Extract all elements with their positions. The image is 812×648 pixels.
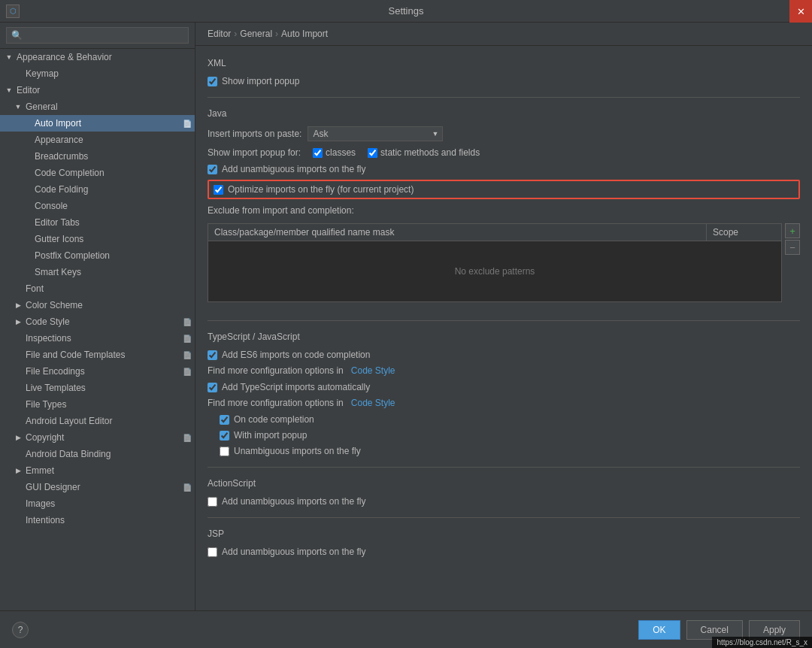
blank-icon: [12, 481, 24, 493]
add-unambiguous-row: Add unambiguous imports on the fly: [208, 164, 800, 174]
blank-icon: [21, 250, 33, 262]
app-logo: ⬡: [6, 5, 20, 18]
sidebar-item-file-types[interactable]: File Types: [0, 396, 195, 413]
code-style-link-1[interactable]: Code Style: [351, 365, 395, 376]
sidebar-item-smart-keys[interactable]: Smart Keys: [0, 264, 195, 280]
help-button[interactable]: ?: [12, 622, 29, 638]
sidebar-item-android-layout-editor[interactable]: Android Layout Editor: [0, 413, 195, 429]
jsp-unambiguous-row: Add unambiguous imports on the fly: [208, 547, 800, 557]
expand-icon: ▶: [12, 431, 24, 444]
show-import-popup-checkbox[interactable]: [208, 77, 217, 86]
sidebar-item-intentions[interactable]: Intentions: [0, 512, 195, 528]
add-typescript-checkbox[interactable]: [208, 383, 217, 392]
sidebar-item-live-templates[interactable]: Live Templates: [0, 380, 195, 396]
insert-imports-label: Insert imports on paste:: [208, 129, 301, 139]
sidebar-item-code-folding[interactable]: Code Folding: [0, 181, 195, 198]
sidebar-item-file-encodings[interactable]: File Encodings 📄: [0, 363, 195, 380]
optimize-imports-row: Optimize imports on the fly (for current…: [208, 180, 800, 199]
blank-icon: [21, 266, 33, 278]
unambiguous-ts-checkbox[interactable]: [220, 447, 229, 456]
show-import-popup-label: Show import popup: [222, 76, 299, 86]
titlebar: ⬡ Settings ✕: [0, 0, 812, 23]
actionscript-unambiguous-label: Add unambiguous imports on the fly: [222, 496, 365, 507]
unambiguous-ts-label: Unambiguous imports on the fly: [234, 446, 361, 456]
sidebar-item-copyright[interactable]: ▶ Copyright 📄: [0, 429, 195, 446]
blank-icon: [12, 448, 24, 460]
sidebar-item-code-completion[interactable]: Code Completion: [0, 165, 195, 181]
static-methods-checkbox[interactable]: [368, 148, 377, 158]
optimize-imports-label: Optimize imports on the fly (for current…: [228, 184, 414, 195]
sidebar-item-font[interactable]: Font: [0, 280, 195, 297]
sidebar-item-gui-designer[interactable]: GUI Designer 📄: [0, 479, 195, 495]
search-box[interactable]: [0, 23, 195, 49]
sidebar-label: Inspections: [26, 333, 183, 344]
sidebar-item-console[interactable]: Console: [0, 198, 195, 214]
actionscript-unambiguous-checkbox[interactable]: [208, 497, 217, 507]
sidebar-item-file-code-templates[interactable]: File and Code Templates 📄: [0, 347, 195, 363]
sidebar-item-code-style[interactable]: ▶ Code Style 📄: [0, 313, 195, 330]
insert-imports-row: Insert imports on paste: Ask Always Neve…: [208, 126, 800, 141]
table-header: Class/package/member qualified name mask…: [208, 224, 781, 241]
static-methods-checkbox-label[interactable]: static methods and fields: [368, 147, 480, 158]
add-es6-checkbox[interactable]: [208, 350, 217, 360]
blank-icon: [12, 332, 24, 344]
sidebar-label: Images: [26, 498, 55, 509]
optimize-imports-checkbox[interactable]: [214, 185, 223, 195]
content-body: XML Show import popup Java Insert import…: [195, 46, 812, 610]
sidebar-item-auto-import[interactable]: Auto Import 📄: [0, 115, 195, 132]
sidebar-item-inspections[interactable]: Inspections 📄: [0, 330, 195, 347]
blank-icon: [12, 514, 24, 526]
with-import-popup-checkbox[interactable]: [220, 431, 229, 441]
blank-icon: [21, 167, 33, 179]
add-typescript-label: Add TypeScript imports automatically: [222, 382, 370, 392]
page-icon: 📄: [183, 335, 192, 343]
insert-imports-select-wrapper[interactable]: Ask Always Never: [308, 126, 443, 141]
ok-button[interactable]: OK: [638, 620, 680, 640]
sidebar-label: GUI Designer: [26, 482, 183, 492]
sidebar-item-emmet[interactable]: ▶ Emmet: [0, 462, 195, 479]
remove-pattern-button[interactable]: −: [785, 240, 800, 255]
expand-icon: ▼: [3, 84, 15, 96]
sidebar-item-editor-tabs[interactable]: Editor Tabs: [0, 214, 195, 231]
sidebar-label: Live Templates: [26, 383, 86, 393]
add-unambiguous-checkbox[interactable]: [208, 165, 217, 174]
sidebar-item-images[interactable]: Images: [0, 495, 195, 512]
sidebar-item-breadcrumbs[interactable]: Breadcrumbs: [0, 148, 195, 165]
add-pattern-button[interactable]: +: [785, 223, 800, 238]
classes-checkbox[interactable]: [313, 148, 323, 158]
window-title: Settings: [389, 5, 424, 17]
expand-icon: ▶: [12, 299, 24, 311]
sidebar-label: Color Scheme: [26, 300, 83, 310]
sidebar-item-postfix-completion[interactable]: Postfix Completion: [0, 247, 195, 264]
page-icon: 📄: [183, 368, 192, 376]
sidebar-item-gutter-icons[interactable]: Gutter Icons: [0, 231, 195, 247]
search-input[interactable]: [6, 27, 189, 44]
sidebar-label: Emmet: [26, 465, 54, 476]
jsp-unambiguous-checkbox[interactable]: [208, 547, 217, 557]
sidebar-label: Intentions: [26, 515, 65, 525]
on-completion-checkbox[interactable]: [220, 415, 229, 425]
breadcrumb-editor: Editor: [208, 29, 231, 39]
code-style-link-2[interactable]: Code Style: [351, 398, 395, 408]
sidebar-item-keymap[interactable]: Keymap: [0, 65, 195, 82]
close-button[interactable]: ✕: [789, 0, 812, 23]
add-unambiguous-label: Add unambiguous imports on the fly: [222, 164, 365, 174]
add-typescript-row: Add TypeScript imports automatically: [208, 382, 800, 392]
sidebar-label: Appearance: [35, 135, 83, 145]
insert-imports-select[interactable]: Ask Always Never: [308, 126, 443, 141]
table-col-scope: Scope: [706, 224, 781, 241]
sidebar-item-editor[interactable]: ▼ Editor: [0, 82, 195, 98]
sidebar-item-appearance[interactable]: Appearance: [0, 132, 195, 148]
sidebar-item-general[interactable]: ▼ General: [0, 98, 195, 115]
sidebar-item-android-data-binding[interactable]: Android Data Binding: [0, 446, 195, 462]
blank-icon: [21, 150, 33, 162]
sidebar-label: Smart Keys: [35, 267, 81, 277]
typescript-section-title: TypeScript / JavaScript: [208, 332, 800, 342]
sidebar-label: Auto Import: [35, 118, 183, 129]
exclude-table-wrapper: Class/package/member qualified name mask…: [208, 223, 782, 310]
sidebar-item-color-scheme[interactable]: ▶ Color Scheme: [0, 297, 195, 313]
actionscript-unambiguous-row: Add unambiguous imports on the fly: [208, 496, 800, 507]
classes-checkbox-label[interactable]: classes: [313, 147, 356, 158]
sidebar-item-appearance-behavior[interactable]: ▼ Appearance & Behavior: [0, 49, 195, 65]
table-col-mask: Class/package/member qualified name mask: [208, 224, 706, 241]
